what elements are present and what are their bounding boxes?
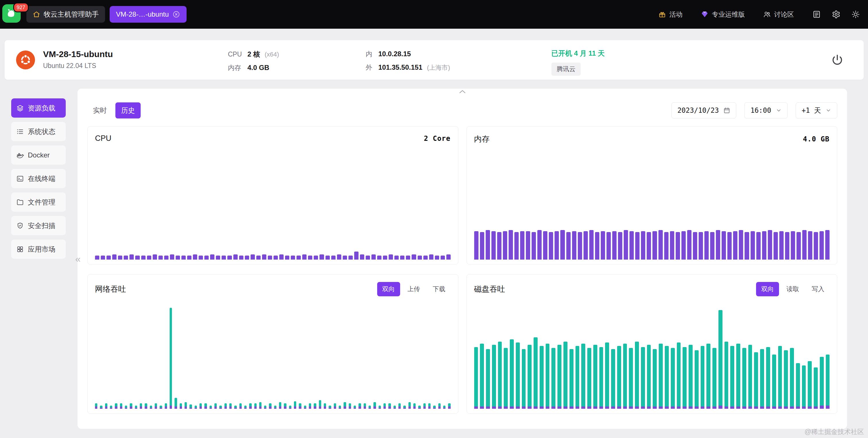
history-tab[interactable]: 历史	[115, 102, 141, 119]
sidebar-item-label: 在线终端	[28, 174, 55, 183]
network-both-button[interactable]: 双向	[377, 282, 400, 296]
chart-bar	[284, 300, 286, 409]
chart-bar	[693, 158, 697, 260]
main-panel: « 实时 历史 2023/10/23 16:00 +1	[78, 89, 847, 429]
chart-bar	[216, 158, 220, 260]
activity-button[interactable]: 活动	[658, 10, 683, 19]
memory-chart-unit: 4.0 GB	[803, 135, 830, 143]
close-icon[interactable]	[172, 10, 180, 19]
chart-bar	[448, 300, 451, 409]
chart-bar	[671, 300, 675, 409]
forum-button[interactable]: 讨论区	[763, 10, 794, 19]
network-download-button[interactable]: 下载	[428, 282, 451, 296]
chart-bar	[205, 158, 209, 260]
chart-bar	[329, 300, 331, 409]
app-logo[interactable]: 927	[2, 4, 22, 24]
network-chart	[95, 300, 451, 409]
sidebar-item-app-market[interactable]: 应用市场	[11, 239, 66, 259]
chart-bar	[683, 300, 687, 409]
chart-bar	[187, 158, 191, 260]
watermark: @稀土掘金技术社区	[805, 427, 864, 436]
memory-label: 内存	[228, 63, 243, 72]
chart-bar	[389, 158, 393, 260]
sidebar-item-system-status[interactable]: 系统状态	[11, 122, 66, 141]
chart-bar	[802, 300, 806, 409]
chart-bar	[515, 158, 519, 260]
range-picker[interactable]: +1 天	[796, 102, 837, 119]
sidebar-item-docker[interactable]: Docker	[11, 145, 66, 165]
chart-bar	[268, 158, 272, 260]
chart-bar	[756, 158, 761, 260]
chart-bar	[189, 300, 192, 409]
chart-bar	[754, 300, 758, 409]
chart-bar	[428, 300, 431, 409]
chart-bar	[349, 300, 351, 409]
disk-chart	[474, 300, 830, 409]
chart-bar	[297, 158, 301, 260]
realtime-tab[interactable]: 实时	[87, 102, 113, 119]
disk-chart-title: 磁盘吞吐	[474, 284, 505, 294]
chart-bar	[808, 158, 812, 260]
tab-vm[interactable]: VM-28-…-ubuntu	[110, 6, 187, 23]
theme-sun-icon[interactable]	[851, 10, 860, 19]
pro-version-button[interactable]: 专业运维版	[701, 10, 745, 19]
chart-bar	[689, 300, 693, 409]
chart-bar	[417, 158, 422, 260]
chart-bar	[612, 158, 617, 260]
chart-bar	[110, 300, 112, 409]
chart-bar	[751, 158, 755, 260]
cpu-chart-unit: 2 Core	[424, 135, 451, 142]
chart-bar	[491, 158, 496, 260]
activity-label: 活动	[670, 10, 683, 19]
chart-bar	[820, 300, 824, 409]
date-value: 2023/10/23	[677, 106, 719, 114]
chart-bar	[394, 158, 399, 260]
chart-bar	[587, 300, 591, 409]
uptime-text: 已开机 4 月 11 天	[551, 49, 604, 58]
disk-both-button[interactable]: 双向	[756, 282, 779, 296]
collapse-header-handle[interactable]	[458, 89, 466, 94]
date-picker[interactable]: 2023/10/23	[671, 102, 737, 119]
chart-bar	[687, 158, 691, 260]
chart-bar	[299, 300, 301, 409]
chart-bar	[150, 300, 152, 409]
chart-bar	[406, 158, 410, 260]
disk-write-button[interactable]: 写入	[807, 282, 830, 296]
chart-bar	[710, 158, 714, 260]
chart-bar	[814, 300, 818, 409]
chart-bar	[198, 158, 203, 260]
chevron-down-icon	[776, 107, 782, 113]
chart-bar	[730, 300, 734, 409]
chart-bar	[418, 300, 421, 409]
power-button[interactable]	[829, 52, 845, 68]
chart-bar	[254, 300, 257, 409]
chart-bar	[560, 158, 565, 260]
range-value: +1 天	[802, 106, 821, 115]
chart-bar	[314, 300, 316, 409]
settings-gear-icon[interactable]	[832, 10, 840, 19]
chart-bar	[193, 158, 197, 260]
chart-bar	[115, 300, 117, 409]
sidebar-item-terminal[interactable]: 在线终端	[11, 169, 66, 188]
tab-home[interactable]: 牧云主机管理助手	[26, 6, 105, 23]
sidebar-item-resource-load[interactable]: 资源负载	[11, 98, 66, 117]
chart-bar	[435, 158, 439, 260]
chart-bar	[403, 300, 406, 409]
chart-bar	[259, 300, 261, 409]
chart-bar	[169, 300, 172, 409]
memory-value: 4.0 GB	[247, 64, 269, 72]
sidebar-item-security-scan[interactable]: 安全扫描	[11, 216, 66, 235]
chart-bar	[319, 158, 324, 260]
network-upload-button[interactable]: 上传	[402, 282, 425, 296]
time-picker[interactable]: 16:00	[744, 102, 787, 119]
sidebar-item-files[interactable]: 文件管理	[11, 193, 66, 212]
collapse-sidebar-handle[interactable]: «	[75, 254, 81, 264]
chart-bar	[408, 300, 411, 409]
chart-bar	[641, 158, 645, 260]
chart-bar	[130, 300, 132, 409]
disk-read-button[interactable]: 读取	[781, 282, 804, 296]
chart-bar	[543, 158, 547, 260]
changelog-icon[interactable]	[812, 10, 821, 19]
wan-region: (上海市)	[427, 63, 450, 72]
memory-chart	[474, 158, 830, 260]
